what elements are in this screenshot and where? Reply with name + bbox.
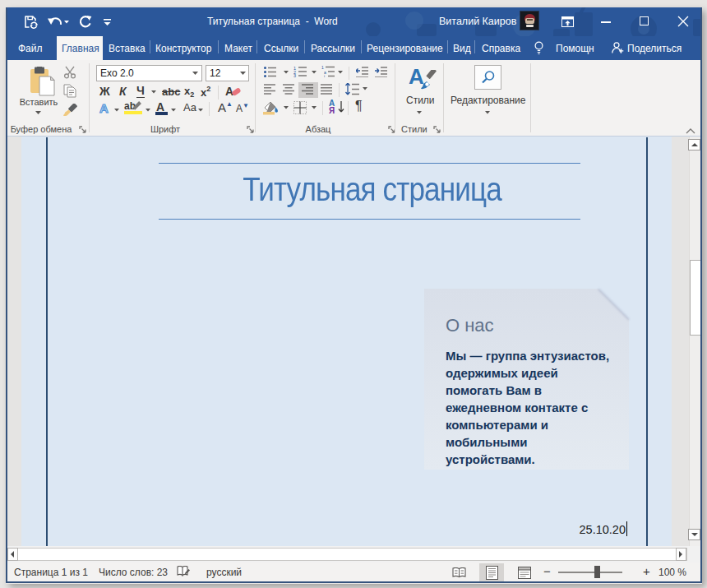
svg-text:3: 3 [293,73,296,77]
svg-text:i: i [324,74,325,78]
